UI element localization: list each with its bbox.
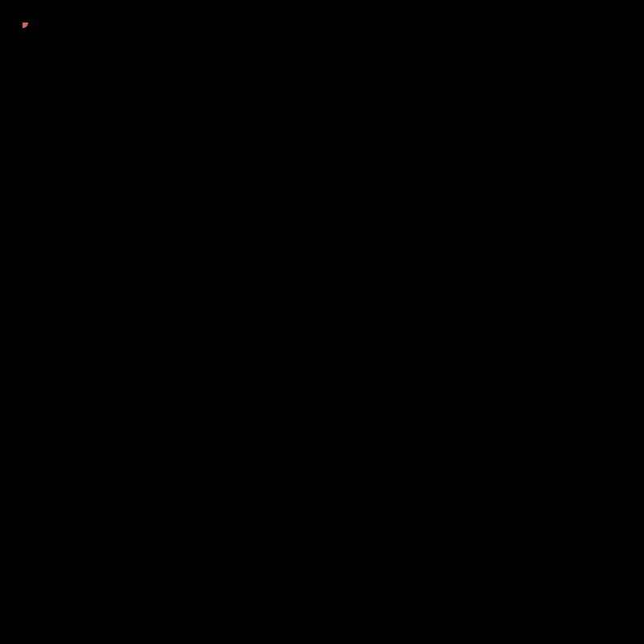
chart-frame xyxy=(0,0,644,644)
current-config-marker xyxy=(23,23,28,28)
plot-area xyxy=(23,23,621,621)
marker-dot-icon xyxy=(23,23,28,28)
curve-layer xyxy=(23,23,621,621)
